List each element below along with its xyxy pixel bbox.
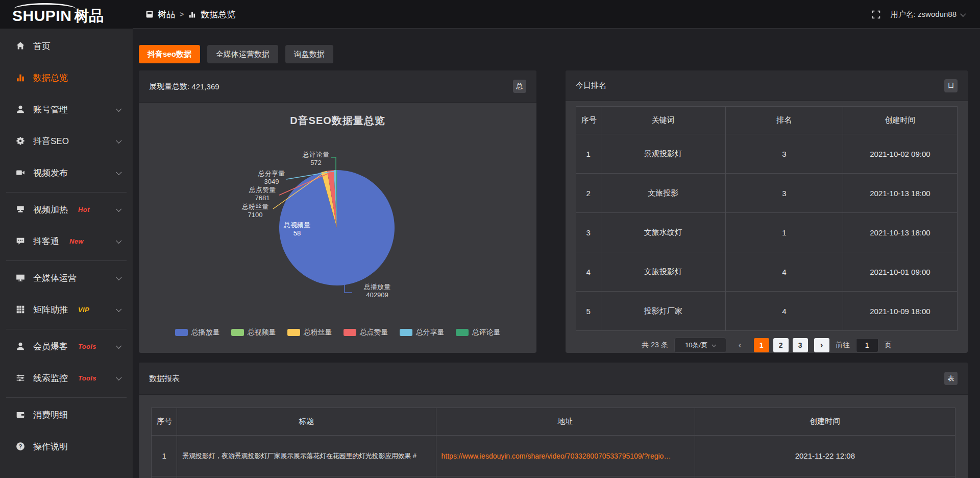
row-title: 景观投影灯，夜游景观投影灯厂家展示展示落花灯在花园里的灯光投影应用效果 #	[177, 436, 436, 476]
chevron-down-icon	[116, 375, 121, 380]
column-header: 创建时间	[695, 408, 955, 436]
user-icon	[15, 105, 25, 114]
column-header: 序号	[576, 107, 601, 134]
legend-label: 总分享量	[416, 328, 445, 337]
sidebar-item-label: 视频发布	[33, 167, 68, 179]
today-ranking-header: 今日排名 日	[566, 70, 968, 101]
sidebar-item-clue-monitor[interactable]: 线索监控Tools	[0, 366, 133, 390]
table-badge-button[interactable]: 表	[944, 372, 958, 385]
column-header: 地址	[436, 408, 695, 436]
pager-page-1[interactable]: 1	[754, 338, 769, 352]
table-row: 3文旅水纹灯12021-10-13 18:00	[576, 213, 958, 252]
table-row: 5投影灯厂家42021-10-09 18:00	[576, 292, 958, 331]
table-cell: 4	[576, 252, 601, 292]
legend-swatch	[400, 329, 412, 336]
tab-inquiry-data[interactable]: 询盘数据	[285, 45, 333, 63]
pie-chart-area: D音SEO数据量总览 总评论量572	[139, 103, 536, 352]
tab-douyin-seo-data[interactable]: 抖音seo数据	[139, 45, 200, 63]
day-badge-button[interactable]: 日	[944, 79, 958, 92]
sidebar-item-member-boom[interactable]: 会员爆客Tools	[0, 334, 133, 358]
table-cell: 文旅投影灯	[601, 252, 725, 292]
seo-chart-panel-header: 展现量总数: 421,369 总	[139, 70, 536, 103]
breadcrumb-separator: >	[180, 10, 184, 18]
sidebar-item-home[interactable]: 首页	[0, 34, 133, 58]
chevron-down-icon	[712, 343, 716, 347]
sidebar-item-overview[interactable]: 数据总览	[0, 65, 133, 90]
table-cell: 2021-10-13 18:00	[843, 174, 957, 213]
ranking-table-header-row: 序号关键词排名创建时间	[576, 107, 958, 134]
pager-page-3[interactable]: 3	[793, 338, 808, 352]
table-cell: 2021-10-13 18:00	[843, 213, 957, 252]
sidebar-item-label: 全媒体运营	[33, 272, 77, 284]
today-ranking-title: 今日排名	[576, 81, 606, 90]
legend-label: 总视频量	[248, 328, 276, 337]
fullscreen-icon[interactable]	[872, 10, 880, 19]
legend-item[interactable]: 总点赞量	[344, 328, 388, 337]
pager-page-2[interactable]: 2	[773, 338, 789, 352]
legend-swatch	[175, 329, 188, 336]
sidebar-item-media-ops[interactable]: 全媒体运营	[0, 266, 133, 290]
sidebar-item-douketong[interactable]: 抖客通New	[0, 229, 133, 253]
user-menu[interactable]: 用户名: zswodun88	[891, 10, 965, 19]
impressions-total-label: 展现量总数:	[149, 82, 189, 91]
sidebar-item-tag: Tools	[78, 374, 96, 382]
sidebar-item-label: 视频加热	[33, 204, 68, 216]
legend-swatch	[287, 329, 300, 336]
goto-page-input[interactable]	[856, 338, 878, 352]
legend-item[interactable]: 总视频量	[231, 328, 276, 337]
sidebar-item-video-publish[interactable]: 视频发布	[0, 160, 133, 185]
legend-item[interactable]: 总分享量	[400, 328, 445, 337]
pie-label-likes: 总点赞量7681	[238, 186, 287, 202]
column-header: 排名	[725, 107, 843, 134]
sidebar-item-douyin-seo[interactable]: 抖音SEO	[0, 129, 133, 153]
page-size-select[interactable]: 10条/页	[674, 338, 726, 353]
report-table-header-row: 序号标题地址创建时间	[152, 408, 955, 436]
column-header: 关键词	[601, 107, 725, 134]
sidebar-item-label: 操作说明	[33, 441, 68, 452]
today-ranking-panel: 今日排名 日 序号关键词排名创建时间 1景观投影灯32021-10-02 09:…	[566, 70, 968, 353]
username-label: 用户名: zswodun88	[891, 10, 957, 19]
table-cell: 3	[725, 134, 843, 174]
sidebar-item-consume-detail[interactable]: 消费明细	[0, 402, 133, 427]
topbar-right: 用户名: zswodun88	[872, 10, 980, 19]
column-header: 序号	[152, 408, 177, 436]
pager-prev-button[interactable]: ‹	[732, 338, 748, 352]
topbar: SHUPIN 树品 树品 > 数据总览 用户名: zswodun88	[0, 0, 980, 29]
breadcrumb-root[interactable]: 树品	[158, 9, 175, 20]
logo-text-cn: 树品	[74, 9, 104, 23]
legend-label: 总播放量	[191, 328, 220, 337]
tab-media-ops-data[interactable]: 全媒体运营数据	[207, 45, 278, 63]
legend-item[interactable]: 总评论量	[456, 328, 501, 337]
table-cell: 3	[725, 174, 843, 213]
goto-unit: 页	[885, 341, 892, 350]
chevron-down-icon	[116, 275, 121, 280]
sidebar-item-video-heat[interactable]: 视频加热Hot	[0, 197, 133, 222]
pie-label-shares: 总分享量3049	[247, 170, 296, 185]
chevron-down-icon	[116, 106, 121, 112]
legend-item[interactable]: 总粉丝量	[287, 328, 332, 337]
sidebar-item-label: 首页	[33, 40, 51, 52]
sidebar-divider	[6, 260, 127, 261]
sidebar-item-matrix-boost[interactable]: 矩阵助推VIP	[0, 297, 133, 322]
table-cell: 1	[576, 134, 601, 174]
sidebar-menu: 首页数据总览账号管理抖音SEO视频发布视频加热Hot抖客通New全媒体运营矩阵助…	[0, 29, 133, 478]
video-link[interactable]: https://www.iesdouyin.com/share/video/70…	[442, 452, 671, 460]
breadcrumb: 树品 > 数据总览	[146, 9, 235, 20]
table-row	[152, 476, 955, 478]
sidebar-divider	[6, 192, 127, 193]
chevron-down-icon	[116, 170, 121, 175]
pager-next-button[interactable]: ›	[814, 338, 829, 352]
total-badge-button[interactable]: 总	[513, 80, 526, 93]
sidebar-item-help[interactable]: ?操作说明	[0, 434, 133, 459]
table-cell: 文旅投影	[601, 174, 725, 213]
sidebar-item-account[interactable]: 账号管理	[0, 97, 133, 122]
report-table-body: 1景观投影灯，夜游景观投影灯厂家展示展示落花灯在花园里的灯光投影应用效果 #ht…	[152, 436, 955, 478]
sidebar-item-label: 会员爆客	[33, 341, 68, 352]
legend-item[interactable]: 总播放量	[175, 328, 220, 337]
chevron-down-icon	[960, 11, 966, 17]
table-cell: 2	[576, 174, 601, 213]
sidebar-item-label: 消费明细	[33, 409, 68, 421]
table-cell: 2021-10-01 09:00	[843, 252, 957, 292]
app-logo[interactable]: SHUPIN 树品	[0, 0, 133, 29]
legend-label: 总评论量	[472, 328, 501, 337]
